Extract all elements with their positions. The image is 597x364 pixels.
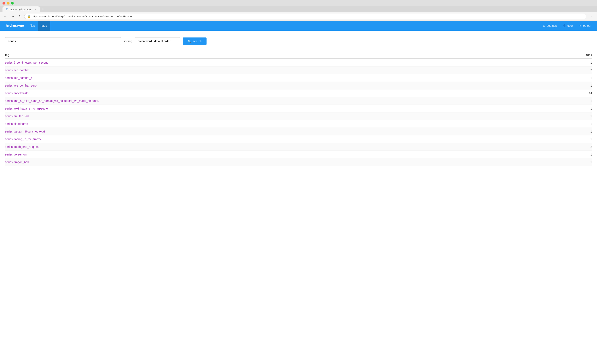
table-row: series:darling_in_the_franxx1 [5, 135, 592, 143]
table-row: series:ano_hi_mita_hana_no_namae_wo_boku… [5, 97, 592, 105]
table-row: series:death_end_re;quest2 [5, 143, 592, 151]
tag-cell[interactable]: series:angelmaster [5, 89, 558, 97]
tag-cell[interactable]: series:daisan_hikou_shoujo-tai [5, 128, 558, 135]
files-cell: 2 [558, 143, 592, 151]
tag-cell[interactable]: series:dragon_ball [5, 158, 558, 166]
search-button-label: search [193, 39, 202, 43]
table-row: series:doraemon1 [5, 151, 592, 158]
files-cell: 1 [558, 135, 592, 143]
nav-link-files[interactable]: files [26, 21, 38, 31]
browser-tab-active[interactable]: 𝕐 tags – hydrusrvue ✕ [2, 7, 40, 12]
new-tab-button[interactable]: + [40, 6, 46, 12]
dot-green[interactable] [11, 2, 14, 5]
reload-button[interactable]: ↻ [17, 14, 23, 19]
dot-yellow[interactable] [7, 2, 9, 5]
navbar: hydrusrvue files tags ⚙ settings 👤 user … [0, 21, 597, 31]
navbar-right: ⚙ settings 👤 user ↪ log out [540, 21, 594, 31]
col-tag: tag [5, 52, 558, 59]
more-options-button[interactable]: ⋮ [588, 14, 595, 19]
files-cell: 1 [558, 97, 592, 105]
tag-cell[interactable]: series:5_centimeters_per_second [5, 59, 558, 66]
tag-cell[interactable]: series:death_end_re;quest [5, 143, 558, 151]
main-content: sorting 🔍 search tag files series:5_cent… [0, 31, 597, 364]
gear-icon: ⚙ [543, 24, 545, 27]
navbar-brand[interactable]: hydrusrvue [3, 24, 26, 28]
tag-cell[interactable]: series:ace_combat_zero [5, 82, 558, 89]
files-cell: 14 [558, 89, 592, 97]
nav-link-tags[interactable]: tags [38, 21, 50, 31]
search-input[interactable] [5, 37, 121, 45]
files-cell: 1 [558, 112, 592, 120]
user-icon: 👤 [563, 24, 566, 27]
settings-label: settings [547, 24, 557, 27]
search-bar: sorting 🔍 search [5, 37, 592, 45]
back-button[interactable]: ← [2, 14, 8, 19]
nav-user-link[interactable]: 👤 user [560, 21, 575, 31]
browser-dots [2, 2, 14, 5]
nav-logout-link[interactable]: ↪ log out [576, 21, 594, 31]
table-row: series:bloodborne1 [5, 120, 592, 128]
nav-settings-link[interactable]: ⚙ settings [540, 21, 559, 31]
logout-icon: ↪ [579, 24, 581, 27]
tab-icon: 𝕐 [6, 8, 8, 11]
table-row: series:aoki_hagane_no_arpeggio1 [5, 105, 592, 112]
files-cell: 1 [558, 82, 592, 89]
search-button[interactable]: 🔍 search [183, 38, 206, 45]
lock-icon: 🔒 [27, 15, 31, 18]
files-cell: 2 [558, 66, 592, 74]
tag-cell[interactable]: series:ace_combat [5, 66, 558, 74]
url-bar[interactable]: 🔒 https://example.com/#/tags?contains=se… [24, 14, 586, 19]
files-cell: 1 [558, 151, 592, 158]
tag-cell[interactable]: series:arc_the_lad [5, 112, 558, 120]
tag-cell[interactable]: series:doraemon [5, 151, 558, 158]
dot-red[interactable] [2, 2, 5, 5]
sorting-input[interactable] [135, 37, 180, 45]
tag-cell[interactable]: series:aoki_hagane_no_arpeggio [5, 105, 558, 112]
table-row: series:ace_combat_zero1 [5, 82, 592, 89]
files-cell: 1 [558, 158, 592, 166]
logout-label: log out [582, 24, 591, 27]
col-files: files [558, 52, 592, 59]
table-row: series:arc_the_lad1 [5, 112, 592, 120]
forward-button[interactable]: → [10, 14, 16, 19]
user-label: user [567, 24, 573, 27]
table-row: series:daisan_hikou_shoujo-tai1 [5, 128, 592, 135]
table-row: series:dragon_ball1 [5, 158, 592, 166]
files-cell: 1 [558, 59, 592, 66]
tab-title: tags – hydrusrvue [9, 8, 31, 11]
files-cell: 1 [558, 74, 592, 82]
table-row: series:5_centimeters_per_second1 [5, 59, 592, 66]
tags-table: tag files series:5_centimeters_per_secon… [5, 52, 592, 166]
search-icon: 🔍 [188, 39, 191, 43]
files-cell: 1 [558, 128, 592, 135]
tab-close-button[interactable]: ✕ [34, 8, 36, 11]
table-row: series:ace_combat_51 [5, 74, 592, 82]
files-cell: 1 [558, 105, 592, 112]
tag-cell[interactable]: series:darling_in_the_franxx [5, 135, 558, 143]
tag-cell[interactable]: series:ace_combat_5 [5, 74, 558, 82]
tag-cell[interactable]: series:bloodborne [5, 120, 558, 128]
table-header: tag files [5, 52, 592, 59]
table-row: series:angelmaster14 [5, 89, 592, 97]
table-row: series:ace_combat2 [5, 66, 592, 74]
url-text: https://example.com/#/tags?contains=seri… [32, 15, 135, 18]
tag-cell[interactable]: series:ano_hi_mita_hana_no_namae_wo_boku… [5, 97, 558, 105]
table-body: series:5_centimeters_per_second1series:a… [5, 59, 592, 166]
files-cell: 1 [558, 120, 592, 128]
browser-tab-bar: 𝕐 tags – hydrusrvue ✕ + [0, 6, 597, 12]
browser-chrome [0, 0, 597, 6]
sorting-label: sorting [124, 39, 132, 43]
browser-addressbar: ← → ↻ 🔒 https://example.com/#/tags?conta… [0, 12, 597, 21]
